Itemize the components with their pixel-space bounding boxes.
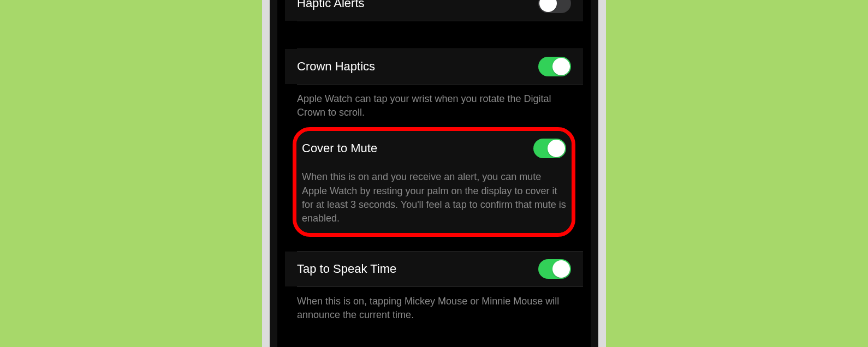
tap-to-speak-time-label: Tap to Speak Time: [297, 262, 396, 276]
tap-to-speak-time-description: When this is on, tapping Mickey Mouse or…: [285, 287, 583, 330]
toggle-knob-icon: [539, 0, 557, 12]
cover-to-mute-description: When this is on and you receive an alert…: [296, 166, 572, 233]
cover-to-mute-toggle[interactable]: [533, 139, 566, 158]
phone-bezel: Haptic Alerts Crown Haptics Apple Watch …: [270, 0, 598, 347]
tap-to-speak-time-toggle[interactable]: [538, 259, 571, 279]
row-tap-to-speak-time[interactable]: Tap to Speak Time: [285, 252, 583, 286]
crown-haptics-description: Apple Watch can tap your wrist when you …: [285, 85, 583, 127]
toggle-knob-icon: [552, 260, 570, 278]
cover-to-mute-callout: Cover to Mute When this is on and you re…: [293, 127, 575, 237]
section-gap: [285, 21, 583, 49]
haptic-alerts-toggle[interactable]: [538, 0, 571, 13]
section-gap: [285, 237, 583, 251]
row-crown-haptics[interactable]: Crown Haptics: [285, 49, 583, 84]
crown-haptics-label: Crown Haptics: [297, 59, 375, 74]
toggle-knob-icon: [548, 140, 565, 157]
row-cover-to-mute[interactable]: Cover to Mute: [296, 131, 572, 166]
phone-frame: Haptic Alerts Crown Haptics Apple Watch …: [262, 0, 606, 347]
settings-screen: Haptic Alerts Crown Haptics Apple Watch …: [285, 0, 583, 347]
haptic-alerts-label: Haptic Alerts: [297, 0, 365, 10]
row-haptic-alerts[interactable]: Haptic Alerts: [285, 0, 583, 21]
cover-to-mute-label: Cover to Mute: [302, 141, 377, 155]
toggle-knob-icon: [552, 58, 570, 75]
crown-haptics-toggle[interactable]: [538, 57, 571, 76]
